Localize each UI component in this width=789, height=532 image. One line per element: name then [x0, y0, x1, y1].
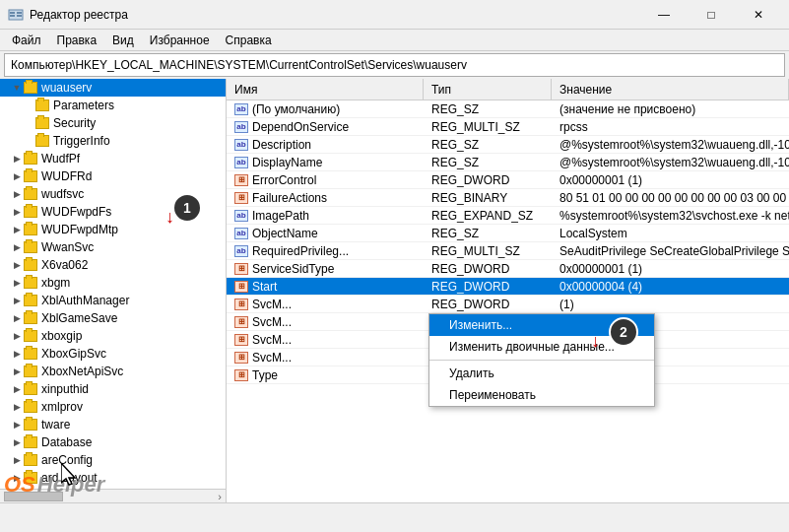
tree-inner[interactable]: ▼wuauservParametersSecurityTriggerInfo▶W… — [0, 79, 226, 489]
table-row[interactable]: abImagePathREG_EXPAND_SZ%systemroot%\sys… — [227, 207, 789, 225]
tree-item[interactable]: ▶WwanSvc — [0, 238, 226, 256]
tree-item[interactable]: ▶WUDFRd — [0, 167, 226, 185]
tree-item-label: Parameters — [53, 99, 114, 112]
expand-icon[interactable]: ▶ — [12, 366, 22, 376]
table-row[interactable]: abDescriptionREG_SZ@%systemroot%\system3… — [227, 136, 789, 154]
table-row[interactable]: ⊞ErrorControlREG_DWORD0x00000001 (1) — [227, 171, 789, 189]
tree-item[interactable]: ▶WUDFwpdMtp — [0, 221, 226, 238]
expand-icon[interactable]: ▶ — [12, 349, 22, 359]
tree-item[interactable]: ▶Database — [0, 433, 226, 451]
table-cell-type: REG_DWORD — [424, 260, 552, 277]
tree-item[interactable]: Security — [0, 114, 226, 132]
table-cell-name: ⊞ErrorControl — [227, 171, 424, 188]
minimize-button[interactable]: — — [641, 0, 687, 30]
expand-icon[interactable]: ▶ — [12, 384, 22, 394]
expand-icon[interactable]: ▶ — [12, 331, 22, 341]
menu-favorites[interactable]: Избранное — [142, 30, 218, 50]
table-row[interactable]: abDependOnServiceREG_MULTI_SZrpcss — [227, 118, 789, 136]
tree-item[interactable]: ▶XboxGipSvc — [0, 345, 226, 363]
header-type[interactable]: Тип — [424, 79, 552, 100]
expand-icon[interactable]: ▶ — [12, 207, 22, 217]
expand-icon[interactable]: ▶ — [12, 189, 22, 199]
arrow-annotation-1: ↓ — [165, 207, 174, 228]
table-row[interactable]: ⊞StartREG_DWORD0x00000004 (4) — [227, 278, 789, 296]
table-cell-name: abImagePath — [227, 207, 424, 224]
tree-item[interactable]: ▶X6va062 — [0, 256, 226, 274]
table-cell-type: REG_BINARY — [424, 189, 552, 206]
tree-panel[interactable]: ▼wuauservParametersSecurityTriggerInfo▶W… — [0, 79, 227, 502]
menu-view[interactable]: Вид — [104, 30, 142, 50]
tree-item-label: XboxNetApiSvc — [41, 365, 123, 378]
header-name[interactable]: Имя — [227, 79, 424, 100]
tree-item[interactable]: ▼wuauserv — [0, 79, 226, 97]
tree-item[interactable]: ▶xbgm — [0, 274, 226, 292]
table-row[interactable]: abRequiredPrivileg...REG_MULTI_SZSeAudit… — [227, 242, 789, 260]
close-button[interactable]: ✕ — [736, 0, 781, 30]
expand-icon[interactable]: ▶ — [12, 171, 22, 181]
table-cell-value: (значение не присвоено) — [552, 100, 789, 117]
tree-item[interactable]: ▶XblGameSave — [0, 309, 226, 327]
main-content: ▼wuauservParametersSecurityTriggerInfo▶W… — [0, 79, 789, 502]
table-cell-type: REG_DWORD — [424, 296, 552, 312]
table-row[interactable]: abObjectNameREG_SZLocalSystem — [227, 225, 789, 242]
table-row[interactable]: ⊞FailureActionsREG_BINARY80 51 01 00 00 … — [227, 189, 789, 207]
expand-icon[interactable]: ▶ — [12, 313, 22, 323]
expand-icon[interactable]: ▶ — [12, 437, 22, 447]
reg-type-icon: ⊞ — [234, 192, 248, 204]
tree-item-label: xmlprov — [41, 400, 83, 414]
tree-item[interactable]: ▶xmlprov — [0, 398, 226, 416]
table-row[interactable]: ⊞SvcM...REG_DWORD(1) — [227, 296, 789, 313]
expand-icon[interactable]: ▼ — [12, 83, 22, 93]
tree-item[interactable]: ▶xinputhid — [0, 380, 226, 398]
tree-item[interactable]: ▶WudfPf — [0, 150, 226, 167]
registry-name: DependOnService — [252, 120, 349, 134]
svg-rect-1 — [10, 12, 15, 14]
tree-item[interactable]: ▶xboxgip — [0, 327, 226, 345]
registry-name: SvcM... — [252, 351, 292, 365]
expand-icon[interactable]: ▶ — [12, 296, 22, 305]
folder-icon — [24, 170, 37, 182]
menu-file[interactable]: Файл — [4, 30, 49, 50]
tree-item[interactable]: ▶XboxNetApiSvc — [0, 363, 226, 380]
expand-icon[interactable]: ▶ — [12, 278, 22, 288]
maximize-button[interactable]: □ — [689, 0, 734, 30]
context-menu-item[interactable]: Удалить — [429, 363, 654, 384]
table-cell-value: SeAuditPrivilege SeCreateGlobalPrivilege… — [552, 242, 789, 259]
watermark-os: OS — [4, 472, 35, 498]
table-cell-name: abRequiredPrivileg... — [227, 242, 424, 259]
tree-item[interactable]: Parameters — [0, 97, 226, 114]
folder-icon — [24, 295, 37, 306]
expand-icon[interactable]: ▶ — [12, 260, 22, 270]
table-row[interactable]: abDisplayNameREG_SZ@%systemroot%\system3… — [227, 154, 789, 171]
tree-item-label: WUDFwpdMtp — [41, 223, 118, 236]
reg-type-icon: ab — [234, 157, 248, 168]
table-row[interactable]: ⊞ServiceSidTypeREG_DWORD0x00000001 (1) — [227, 260, 789, 278]
status-bar: OS Helper — [0, 502, 789, 532]
table-row[interactable]: ab(По умолчанию)REG_SZ(значение не присв… — [227, 100, 789, 118]
table-cell-type: REG_SZ — [424, 136, 552, 153]
reg-type-icon: ⊞ — [234, 316, 248, 328]
expand-icon[interactable]: ▶ — [12, 154, 22, 164]
table-cell-type: REG_DWORD — [424, 278, 552, 295]
reg-type-icon: ab — [234, 228, 248, 239]
expand-icon[interactable]: ▶ — [12, 225, 22, 234]
folder-icon — [24, 241, 37, 253]
tree-item-label: XboxGipSvc — [41, 347, 106, 361]
tree-item[interactable]: ▶areConfig — [0, 451, 226, 469]
table-cell-value: 0x00000004 (4) — [552, 278, 789, 295]
menu-edit[interactable]: Правка — [49, 30, 105, 50]
expand-icon[interactable]: ▶ — [12, 402, 22, 412]
expand-icon[interactable]: ▶ — [12, 420, 22, 430]
expand-icon[interactable]: ▶ — [12, 242, 22, 252]
table-body[interactable]: ab(По умолчанию)REG_SZ(значение не присв… — [227, 100, 789, 502]
tree-item[interactable]: TriggerInfo — [0, 132, 226, 150]
tree-item[interactable]: ▶XblAuthManager — [0, 292, 226, 309]
header-value[interactable]: Значение — [552, 79, 789, 100]
tree-item[interactable]: ▶tware — [0, 416, 226, 433]
context-menu-item[interactable]: Переименовать — [429, 384, 654, 406]
tree-item-label: Security — [53, 116, 96, 130]
table-cell-name: ab(По умолчанию) — [227, 100, 424, 117]
table-cell-name: abObjectName — [227, 225, 424, 241]
menu-help[interactable]: Справка — [218, 30, 280, 50]
expand-icon[interactable]: ▶ — [12, 455, 22, 465]
